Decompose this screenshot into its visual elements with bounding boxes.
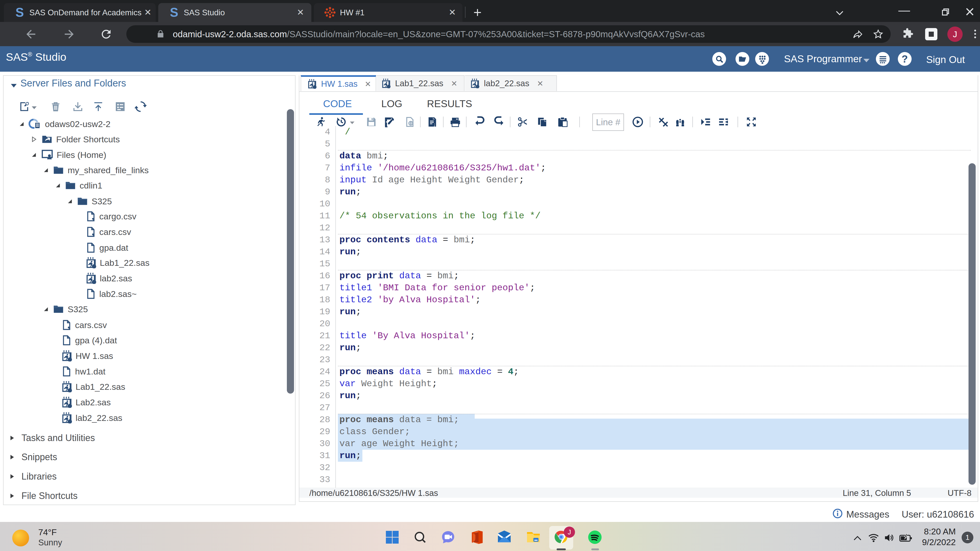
svg-text:S: S <box>170 7 178 18</box>
svg-text:;: ; <box>433 122 436 127</box>
svg-text:S: S <box>15 7 24 18</box>
